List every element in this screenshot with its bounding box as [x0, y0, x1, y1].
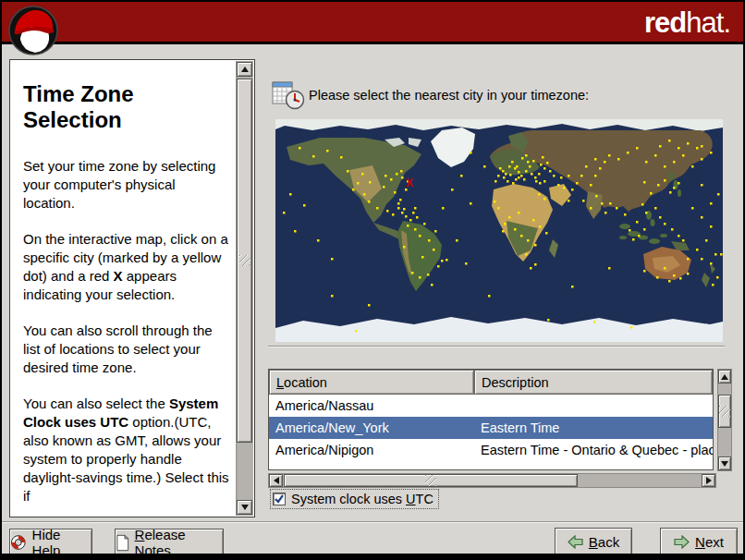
- installer-window: redhat. Time Zone Selection Set your tim…: [0, 0, 745, 560]
- table-hscrollbar[interactable]: [268, 473, 716, 488]
- arrow-up-icon: [241, 67, 249, 72]
- table-header: Location Description: [269, 370, 713, 395]
- help-paragraph: Set your time zone by selecting your com…: [23, 157, 230, 213]
- arrow-down-icon: [241, 505, 249, 510]
- arrow-down-icon: [721, 461, 728, 467]
- table-row[interactable]: America/NipigonEastern Time - Ontario & …: [269, 439, 713, 461]
- help-panel: Time Zone Selection Set your time zone b…: [9, 59, 255, 517]
- document-icon: [116, 534, 129, 552]
- help-paragraphs: Set your time zone by selecting your com…: [23, 157, 230, 505]
- help-paragraph: You can also select the System Clock use…: [23, 395, 230, 505]
- timezone-table: Location Description America/NassauAmeri…: [268, 369, 714, 470]
- map-separator: [268, 346, 725, 347]
- scroll-thumb[interactable]: [718, 395, 731, 428]
- utc-checkbox[interactable]: [273, 493, 286, 505]
- column-header-description[interactable]: Description: [474, 370, 713, 395]
- cell-location: America/New_York: [269, 420, 474, 435]
- life-preserver-icon: [10, 534, 27, 551]
- next-label: Next: [695, 534, 724, 550]
- window-bottom-border: [2, 554, 743, 558]
- hide-help-button[interactable]: Hide Help: [9, 529, 92, 556]
- wordmark-hat: hat: [686, 6, 723, 39]
- cell-location: America/Nipigon: [269, 443, 474, 457]
- help-paragraph: On the interactive map, click on a speci…: [23, 230, 230, 304]
- back-button[interactable]: Back: [555, 528, 632, 555]
- help-paragraph: You can also scroll through the list of …: [23, 322, 230, 377]
- back-arrow-icon: [568, 535, 583, 549]
- thumb-grip-icon: [719, 406, 730, 417]
- scroll-up-button[interactable]: [718, 370, 731, 383]
- scroll-up-button[interactable]: [237, 62, 252, 77]
- scroll-thumb[interactable]: [237, 79, 252, 443]
- table-row[interactable]: America/New_YorkEastern Time: [269, 417, 713, 439]
- selection-marker: X: [406, 177, 413, 189]
- page-title: Time Zone Selection: [23, 81, 208, 133]
- wordmark-period: .: [723, 6, 730, 39]
- utc-checkbox-group[interactable]: System clock uses UTC: [270, 489, 439, 509]
- scroll-down-button[interactable]: [718, 457, 731, 470]
- timezone-clock-icon: [271, 79, 306, 111]
- timezone-list: America/NassauAmerica/New_YorkEastern Ti…: [269, 395, 713, 461]
- scroll-right-button[interactable]: [702, 474, 715, 487]
- utc-checkbox-label: System clock uses UTC: [291, 492, 434, 506]
- footer-separator: [2, 521, 743, 523]
- thumb-grip-icon: [425, 475, 436, 486]
- arrow-right-icon: [706, 477, 712, 484]
- utc-row: System clock uses UTC: [270, 489, 439, 509]
- arrow-left-icon: [274, 477, 279, 484]
- wordmark-red: red: [644, 6, 686, 39]
- next-button[interactable]: Next: [660, 528, 738, 555]
- cell-description: Eastern Time: [474, 420, 713, 435]
- redhat-wordmark: redhat.: [644, 6, 730, 40]
- world-map[interactable]: X: [275, 119, 723, 342]
- header-bar: [2, 2, 743, 44]
- column-header-location[interactable]: Location: [269, 370, 474, 395]
- prompt-label: Please select the nearest city in your t…: [309, 88, 589, 103]
- cell-description: Eastern Time - Ontario & Quebec - places…: [474, 443, 713, 457]
- arrow-up-icon: [721, 374, 728, 380]
- checkmark-icon: [275, 494, 284, 504]
- redhat-shadowman-logo-icon: [7, 5, 59, 56]
- table-vscrollbar[interactable]: [717, 369, 732, 471]
- scroll-thumb[interactable]: [284, 474, 578, 487]
- back-label: Back: [589, 534, 619, 550]
- next-arrow-icon: [674, 535, 690, 549]
- help-scrollbar[interactable]: [236, 61, 253, 516]
- thumb-grip-icon: [239, 255, 250, 266]
- cell-location: America/Nassau: [269, 398, 474, 413]
- table-row[interactable]: America/Nassau: [269, 395, 713, 417]
- scroll-down-button[interactable]: [237, 500, 252, 515]
- help-text: Time Zone Selection Set your time zone b…: [11, 61, 236, 516]
- scroll-left-button[interactable]: [269, 474, 283, 487]
- release-notes-button[interactable]: Release Notes: [115, 529, 224, 556]
